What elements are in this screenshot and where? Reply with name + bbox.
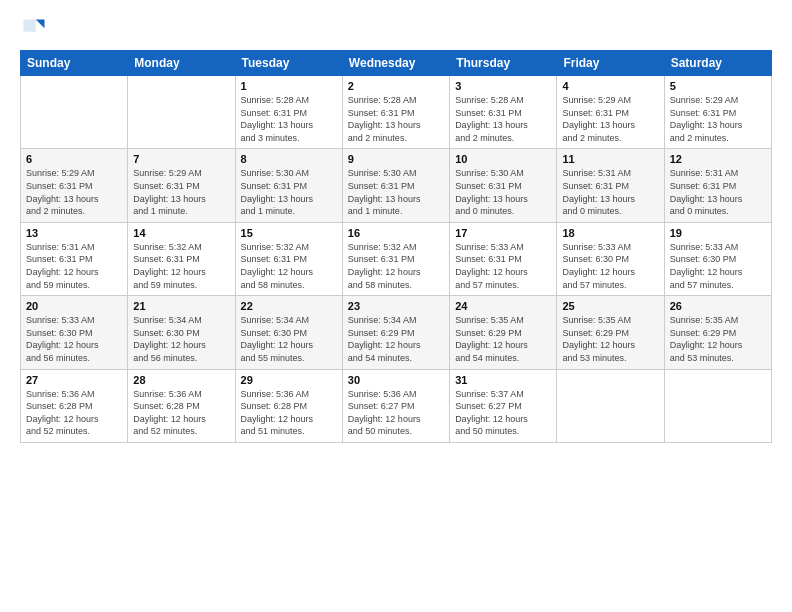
day-info: Sunrise: 5:35 AM Sunset: 6:29 PM Dayligh…	[455, 314, 551, 364]
calendar-day-header: Sunday	[21, 51, 128, 76]
calendar-day-cell	[664, 369, 771, 442]
day-number: 22	[241, 300, 337, 312]
day-info: Sunrise: 5:28 AM Sunset: 6:31 PM Dayligh…	[241, 94, 337, 144]
day-number: 5	[670, 80, 766, 92]
day-number: 15	[241, 227, 337, 239]
calendar-week-row: 1Sunrise: 5:28 AM Sunset: 6:31 PM Daylig…	[21, 76, 772, 149]
calendar-week-row: 27Sunrise: 5:36 AM Sunset: 6:28 PM Dayli…	[21, 369, 772, 442]
calendar-header-row: SundayMondayTuesdayWednesdayThursdayFrid…	[21, 51, 772, 76]
calendar-day-cell: 17Sunrise: 5:33 AM Sunset: 6:31 PM Dayli…	[450, 222, 557, 295]
header	[20, 16, 772, 44]
day-info: Sunrise: 5:30 AM Sunset: 6:31 PM Dayligh…	[241, 167, 337, 217]
calendar-week-row: 20Sunrise: 5:33 AM Sunset: 6:30 PM Dayli…	[21, 296, 772, 369]
calendar-day-cell: 6Sunrise: 5:29 AM Sunset: 6:31 PM Daylig…	[21, 149, 128, 222]
calendar-day-cell: 23Sunrise: 5:34 AM Sunset: 6:29 PM Dayli…	[342, 296, 449, 369]
calendar-day-cell: 5Sunrise: 5:29 AM Sunset: 6:31 PM Daylig…	[664, 76, 771, 149]
day-number: 31	[455, 374, 551, 386]
day-info: Sunrise: 5:36 AM Sunset: 6:28 PM Dayligh…	[133, 388, 229, 438]
day-info: Sunrise: 5:32 AM Sunset: 6:31 PM Dayligh…	[348, 241, 444, 291]
day-number: 20	[26, 300, 122, 312]
logo	[20, 16, 52, 44]
day-number: 9	[348, 153, 444, 165]
calendar-day-cell	[128, 76, 235, 149]
calendar-day-header: Tuesday	[235, 51, 342, 76]
day-info: Sunrise: 5:36 AM Sunset: 6:28 PM Dayligh…	[241, 388, 337, 438]
calendar-day-cell: 8Sunrise: 5:30 AM Sunset: 6:31 PM Daylig…	[235, 149, 342, 222]
day-info: Sunrise: 5:33 AM Sunset: 6:31 PM Dayligh…	[455, 241, 551, 291]
calendar-day-header: Wednesday	[342, 51, 449, 76]
calendar-day-cell	[21, 76, 128, 149]
page: SundayMondayTuesdayWednesdayThursdayFrid…	[0, 0, 792, 612]
day-info: Sunrise: 5:29 AM Sunset: 6:31 PM Dayligh…	[133, 167, 229, 217]
calendar-day-cell: 26Sunrise: 5:35 AM Sunset: 6:29 PM Dayli…	[664, 296, 771, 369]
day-info: Sunrise: 5:32 AM Sunset: 6:31 PM Dayligh…	[241, 241, 337, 291]
calendar-day-cell	[557, 369, 664, 442]
day-number: 19	[670, 227, 766, 239]
day-number: 29	[241, 374, 337, 386]
calendar-day-cell: 13Sunrise: 5:31 AM Sunset: 6:31 PM Dayli…	[21, 222, 128, 295]
day-info: Sunrise: 5:35 AM Sunset: 6:29 PM Dayligh…	[562, 314, 658, 364]
calendar-day-header: Thursday	[450, 51, 557, 76]
calendar-day-cell: 10Sunrise: 5:30 AM Sunset: 6:31 PM Dayli…	[450, 149, 557, 222]
calendar-day-cell: 18Sunrise: 5:33 AM Sunset: 6:30 PM Dayli…	[557, 222, 664, 295]
day-number: 16	[348, 227, 444, 239]
day-info: Sunrise: 5:29 AM Sunset: 6:31 PM Dayligh…	[562, 94, 658, 144]
calendar-day-cell: 25Sunrise: 5:35 AM Sunset: 6:29 PM Dayli…	[557, 296, 664, 369]
day-info: Sunrise: 5:32 AM Sunset: 6:31 PM Dayligh…	[133, 241, 229, 291]
day-number: 4	[562, 80, 658, 92]
day-number: 3	[455, 80, 551, 92]
day-info: Sunrise: 5:28 AM Sunset: 6:31 PM Dayligh…	[348, 94, 444, 144]
calendar-table: SundayMondayTuesdayWednesdayThursdayFrid…	[20, 50, 772, 443]
calendar-day-cell: 9Sunrise: 5:30 AM Sunset: 6:31 PM Daylig…	[342, 149, 449, 222]
day-number: 24	[455, 300, 551, 312]
day-info: Sunrise: 5:35 AM Sunset: 6:29 PM Dayligh…	[670, 314, 766, 364]
logo-icon	[20, 16, 48, 44]
calendar-day-cell: 3Sunrise: 5:28 AM Sunset: 6:31 PM Daylig…	[450, 76, 557, 149]
svg-marker-0	[36, 20, 45, 29]
day-number: 11	[562, 153, 658, 165]
day-number: 30	[348, 374, 444, 386]
day-info: Sunrise: 5:33 AM Sunset: 6:30 PM Dayligh…	[670, 241, 766, 291]
calendar-day-header: Friday	[557, 51, 664, 76]
calendar-day-header: Saturday	[664, 51, 771, 76]
day-number: 10	[455, 153, 551, 165]
day-number: 6	[26, 153, 122, 165]
day-info: Sunrise: 5:34 AM Sunset: 6:29 PM Dayligh…	[348, 314, 444, 364]
calendar-day-cell: 30Sunrise: 5:36 AM Sunset: 6:27 PM Dayli…	[342, 369, 449, 442]
day-info: Sunrise: 5:30 AM Sunset: 6:31 PM Dayligh…	[455, 167, 551, 217]
calendar-day-cell: 14Sunrise: 5:32 AM Sunset: 6:31 PM Dayli…	[128, 222, 235, 295]
calendar-week-row: 13Sunrise: 5:31 AM Sunset: 6:31 PM Dayli…	[21, 222, 772, 295]
calendar-day-cell: 15Sunrise: 5:32 AM Sunset: 6:31 PM Dayli…	[235, 222, 342, 295]
svg-rect-1	[24, 20, 36, 32]
day-info: Sunrise: 5:34 AM Sunset: 6:30 PM Dayligh…	[241, 314, 337, 364]
day-number: 13	[26, 227, 122, 239]
day-info: Sunrise: 5:33 AM Sunset: 6:30 PM Dayligh…	[562, 241, 658, 291]
calendar-day-cell: 22Sunrise: 5:34 AM Sunset: 6:30 PM Dayli…	[235, 296, 342, 369]
day-number: 12	[670, 153, 766, 165]
calendar-day-cell: 16Sunrise: 5:32 AM Sunset: 6:31 PM Dayli…	[342, 222, 449, 295]
calendar-day-cell: 11Sunrise: 5:31 AM Sunset: 6:31 PM Dayli…	[557, 149, 664, 222]
calendar-day-cell: 1Sunrise: 5:28 AM Sunset: 6:31 PM Daylig…	[235, 76, 342, 149]
day-number: 2	[348, 80, 444, 92]
calendar-day-cell: 28Sunrise: 5:36 AM Sunset: 6:28 PM Dayli…	[128, 369, 235, 442]
day-number: 26	[670, 300, 766, 312]
day-info: Sunrise: 5:31 AM Sunset: 6:31 PM Dayligh…	[562, 167, 658, 217]
calendar-day-cell: 21Sunrise: 5:34 AM Sunset: 6:30 PM Dayli…	[128, 296, 235, 369]
day-info: Sunrise: 5:36 AM Sunset: 6:27 PM Dayligh…	[348, 388, 444, 438]
calendar-day-cell: 24Sunrise: 5:35 AM Sunset: 6:29 PM Dayli…	[450, 296, 557, 369]
day-number: 7	[133, 153, 229, 165]
day-number: 27	[26, 374, 122, 386]
day-info: Sunrise: 5:28 AM Sunset: 6:31 PM Dayligh…	[455, 94, 551, 144]
day-info: Sunrise: 5:34 AM Sunset: 6:30 PM Dayligh…	[133, 314, 229, 364]
calendar-day-cell: 27Sunrise: 5:36 AM Sunset: 6:28 PM Dayli…	[21, 369, 128, 442]
calendar-day-cell: 12Sunrise: 5:31 AM Sunset: 6:31 PM Dayli…	[664, 149, 771, 222]
day-number: 14	[133, 227, 229, 239]
day-number: 25	[562, 300, 658, 312]
calendar-day-cell: 7Sunrise: 5:29 AM Sunset: 6:31 PM Daylig…	[128, 149, 235, 222]
day-info: Sunrise: 5:30 AM Sunset: 6:31 PM Dayligh…	[348, 167, 444, 217]
calendar-week-row: 6Sunrise: 5:29 AM Sunset: 6:31 PM Daylig…	[21, 149, 772, 222]
day-info: Sunrise: 5:29 AM Sunset: 6:31 PM Dayligh…	[670, 94, 766, 144]
calendar-day-cell: 31Sunrise: 5:37 AM Sunset: 6:27 PM Dayli…	[450, 369, 557, 442]
calendar-day-cell: 4Sunrise: 5:29 AM Sunset: 6:31 PM Daylig…	[557, 76, 664, 149]
day-number: 17	[455, 227, 551, 239]
